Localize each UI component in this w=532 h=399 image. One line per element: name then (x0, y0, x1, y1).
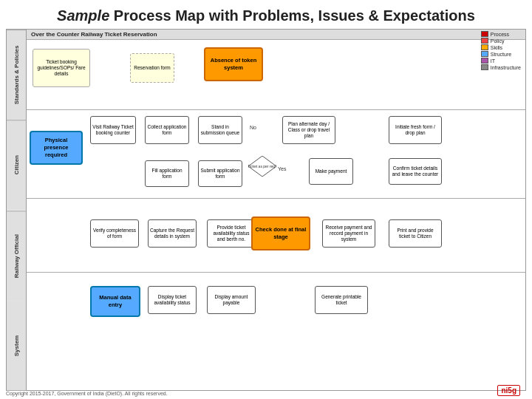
proc-ticket-booking: Ticket booking guidelines/SOPs/ Fare det… (33, 49, 90, 87)
label-railway: Railway Official (7, 211, 26, 301)
proc-display-amount: Display amount payable (207, 286, 256, 314)
proc-fill: Fill application form (145, 160, 189, 187)
legend-item-skills: Skills (481, 44, 521, 50)
yes-label: Yes (278, 166, 286, 171)
footer-text: Copyright 2015-2017, Government of India… (6, 391, 168, 396)
proc-print: Print and provide ticket to Citizen (389, 219, 442, 248)
proc-plan-alternate: Plan alternate day / Class or drop trave… (282, 116, 335, 144)
proc-generate: Generate printable ticket (315, 286, 368, 314)
proc-confirm: Confirm ticket details and leave the cou… (389, 158, 442, 185)
highlight-manual: Manual data entry (90, 286, 140, 317)
no-label: No (250, 125, 256, 130)
title-sample: Sample (57, 7, 109, 24)
svg-text:Ticket as per req?: Ticket as per req? (248, 164, 276, 168)
row-labels: Standards & Policies Citizen Railway Off… (6, 29, 27, 391)
flow-area: Process Policy Skills Structure IT Infra… (27, 29, 526, 391)
proc-verify: Verify completeness of form (90, 219, 139, 248)
decision-diamond: Ticket as per req? (248, 156, 276, 177)
legend-item-it: IT (481, 58, 521, 64)
label-system: System (7, 301, 26, 390)
top-bar: Over the Counter Railway Ticket Reservat… (27, 30, 525, 40)
legend: Process Policy Skills Structure IT Infra… (481, 31, 521, 70)
proc-initiate: Initiate fresh form / drop plan (389, 116, 442, 144)
logo: ni5g (497, 385, 520, 396)
lane-system: Manual data entry Display ticket availab… (27, 273, 525, 390)
title-rest: Process Map with Problems, Issues & Expe… (109, 7, 475, 24)
proc-submit: Submit application form (198, 160, 242, 187)
lane-standards: Ticket booking guidelines/SOPs/ Fare det… (27, 40, 525, 110)
lane-railway: Check done at final stage Verify complet… (27, 199, 525, 273)
legend-item-infra: Infrastructure (481, 64, 521, 70)
proc-display-avail: Display ticket availability status (148, 286, 197, 314)
proc-provide-avail: Provide ticket availability status and b… (207, 219, 256, 248)
legend-item-structure: Structure (481, 51, 521, 57)
lane-citizen: Physical presence required Visit Railway… (27, 110, 525, 199)
proc-stand: Stand in submission queue (198, 116, 242, 144)
page-title: Sample Process Map with Problems, Issues… (0, 0, 532, 29)
highlight-physical: Physical presence required (30, 131, 83, 165)
highlight-check: Check done at final stage (251, 216, 310, 250)
proc-reservation-form: Reservation form (130, 53, 174, 83)
label-standards: Standards & Policies (7, 30, 26, 120)
legend-item-policy: Policy (481, 38, 521, 44)
proc-receive-payment: Receive payment and record payment in sy… (322, 219, 375, 248)
proc-payment: Make payment (309, 158, 353, 185)
highlight-absence: Absence of token system (204, 47, 263, 81)
label-citizen: Citizen (7, 120, 26, 210)
proc-visit: Visit Railway Ticket booking counter (90, 116, 136, 144)
proc-capture: Capture the Request details in system (148, 219, 197, 248)
proc-collect: Collect application form (145, 116, 189, 144)
legend-item-process: Process (481, 31, 521, 37)
